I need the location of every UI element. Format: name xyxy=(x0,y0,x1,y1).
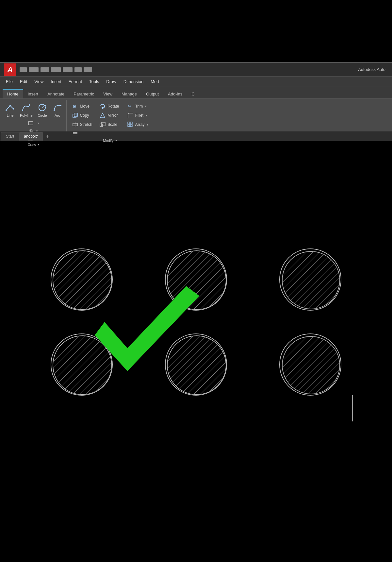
menu-draw[interactable]: Draw xyxy=(103,78,119,85)
modify-group-label[interactable]: Modify ▼ xyxy=(103,139,117,143)
svg-line-107 xyxy=(166,334,227,396)
extra-icon xyxy=(72,130,78,137)
btn-scale-label: Scale xyxy=(107,122,117,127)
svg-rect-27 xyxy=(100,124,103,127)
btn-extra[interactable] xyxy=(69,129,96,138)
svg-line-41 xyxy=(51,249,113,311)
tool-line[interactable]: Line xyxy=(3,101,17,118)
autocad-logo: A xyxy=(4,63,16,76)
tool-circle[interactable]: Circle xyxy=(36,101,49,118)
svg-line-44 xyxy=(51,249,113,311)
array-dropdown[interactable]: ▼ xyxy=(146,123,149,126)
svg-line-76 xyxy=(280,249,341,311)
svg-line-58 xyxy=(166,249,227,311)
menu-file[interactable]: File xyxy=(3,78,16,85)
qa-btn-1[interactable] xyxy=(20,67,27,72)
btn-move[interactable]: ⊕ Move xyxy=(69,102,96,111)
tab-c[interactable]: C xyxy=(187,90,199,98)
btn-mirror[interactable]: Mirror xyxy=(97,111,124,120)
svg-point-11 xyxy=(60,105,61,106)
svg-rect-31 xyxy=(128,125,130,127)
ribbon-tab-bar: Home Insert Annotate Parametric View Man… xyxy=(0,87,392,99)
trim-icon: ✂ xyxy=(127,103,134,110)
svg-line-106 xyxy=(166,334,227,396)
tool-arc[interactable]: Arc xyxy=(51,101,64,118)
tool-circle-label: Circle xyxy=(38,113,47,117)
doc-tab-add-button[interactable]: + xyxy=(43,132,51,140)
tab-insert[interactable]: Insert xyxy=(23,90,43,98)
svg-rect-12 xyxy=(28,122,33,125)
btn-trim[interactable]: ✂ Trim ▼ xyxy=(124,102,152,111)
tab-annotate[interactable]: Annotate xyxy=(43,90,69,98)
doc-tab-sandbox[interactable]: andbox* xyxy=(19,132,43,141)
tab-addins[interactable]: Add-ins xyxy=(163,90,187,98)
tab-view[interactable]: View xyxy=(99,90,117,98)
svg-line-108 xyxy=(166,334,227,396)
menu-format[interactable]: Format xyxy=(65,78,85,85)
svg-line-120 xyxy=(280,334,341,396)
modify-group: ⊕ Move Rotate xyxy=(67,100,154,131)
svg-line-66 xyxy=(198,282,227,311)
ribbon-wrapper: A Autodesk Auto File Edit View Insert Fo… xyxy=(0,62,392,141)
btn-stretch[interactable]: Stretch xyxy=(69,120,96,129)
app-title: Autodesk Auto xyxy=(358,67,385,72)
menu-dimension[interactable]: Dimension xyxy=(120,78,147,85)
svg-line-113 xyxy=(198,367,227,396)
svg-line-80 xyxy=(300,269,341,311)
array-icon xyxy=(127,121,134,128)
svg-line-47 xyxy=(71,269,113,311)
btn-array[interactable]: Array ▼ xyxy=(124,120,152,129)
menu-view[interactable]: View xyxy=(31,78,47,85)
modify-buttons-grid: ⊕ Move Rotate xyxy=(69,101,152,139)
svg-line-42 xyxy=(51,249,113,311)
title-bar: A Autodesk Auto xyxy=(0,63,392,77)
qa-btn-7[interactable] xyxy=(84,67,92,72)
copy-icon xyxy=(72,112,78,119)
trim-dropdown[interactable]: ▼ xyxy=(144,105,147,108)
svg-line-91 xyxy=(51,334,113,396)
svg-point-2 xyxy=(6,110,7,111)
small-btn-rectangle[interactable]: ▼ xyxy=(26,120,41,127)
tool-arc-label: Arc xyxy=(55,113,60,117)
circle-1 xyxy=(51,248,113,311)
draw-group-label[interactable]: Draw ▼ xyxy=(27,143,40,147)
svg-line-92 xyxy=(51,334,113,396)
menu-edit[interactable]: Edit xyxy=(17,78,30,85)
qa-btn-2[interactable] xyxy=(29,67,39,72)
btn-scale[interactable]: Scale xyxy=(97,120,124,129)
qa-btn-5[interactable] xyxy=(63,67,73,72)
qa-btn-6[interactable] xyxy=(74,67,82,72)
svg-point-9 xyxy=(44,105,46,106)
tab-manage[interactable]: Manage xyxy=(117,90,141,98)
menu-tools[interactable]: Tools xyxy=(86,78,102,85)
tool-polyline-label: Polyline xyxy=(20,113,33,117)
svg-line-51 xyxy=(97,295,113,311)
circle-2 xyxy=(165,248,227,311)
draw-tools-content: Line Polyline xyxy=(3,101,64,118)
tab-parametric[interactable]: Parametric xyxy=(69,90,99,98)
menu-insert[interactable]: Insert xyxy=(47,78,65,85)
svg-rect-22 xyxy=(73,114,76,118)
btn-rotate[interactable]: Rotate xyxy=(97,102,124,111)
qa-btn-3[interactable] xyxy=(41,67,49,72)
tool-polyline[interactable]: Polyline xyxy=(18,101,34,118)
qa-btn-4[interactable] xyxy=(51,67,61,72)
tab-output[interactable]: Output xyxy=(141,90,163,98)
fillet-dropdown[interactable]: ▼ xyxy=(145,114,148,117)
doc-tab-start[interactable]: Start xyxy=(1,132,19,141)
svg-line-84 xyxy=(326,295,341,311)
arc-icon xyxy=(52,102,63,113)
btn-mirror-label: Mirror xyxy=(107,113,118,118)
svg-line-43 xyxy=(51,249,113,311)
menu-bar: File Edit View Insert Format Tools Draw … xyxy=(0,77,392,87)
svg-line-128 xyxy=(313,367,341,396)
svg-point-5 xyxy=(22,110,23,111)
tab-home[interactable]: Home xyxy=(3,89,23,98)
fillet-icon xyxy=(127,112,134,119)
menu-mod[interactable]: Mod xyxy=(147,78,162,85)
btn-fillet-label: Fillet xyxy=(135,113,143,118)
svg-line-69 xyxy=(218,301,227,311)
btn-copy[interactable]: Copy xyxy=(69,111,96,120)
svg-line-1 xyxy=(10,106,13,109)
btn-fillet[interactable]: Fillet ▼ xyxy=(124,111,152,120)
